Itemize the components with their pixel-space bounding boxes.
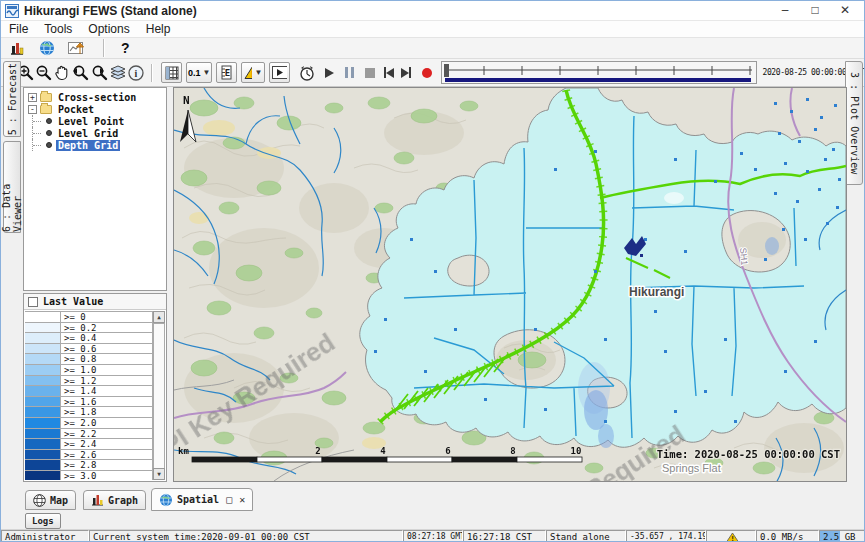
menu-bar: File Tools Options Help: [1, 21, 864, 38]
legend-row[interactable]: >= 0.2: [25, 323, 152, 334]
status-coordinates: -35.657 , 174.199: [626, 530, 706, 542]
legend-row[interactable]: >= 3.0: [25, 471, 152, 480]
scrollbar-thumb[interactable]: [153, 323, 165, 469]
tree-item-cross-section[interactable]: + Cross-section: [24, 91, 166, 103]
legend-color-swatch: [25, 439, 61, 449]
globe-icon[interactable]: [37, 38, 57, 58]
legend-row[interactable]: >= 2.6: [25, 450, 152, 461]
record-icon[interactable]: [420, 63, 434, 83]
menu-file[interactable]: File: [9, 22, 28, 36]
legend-row[interactable]: >= 0: [25, 312, 152, 323]
tab-forecast-label: 5 : Forecast: [7, 63, 18, 135]
zoom-out-icon[interactable]: [35, 63, 53, 83]
legend-row-label: >= 3.0: [61, 471, 152, 480]
tab-spatial[interactable]: Spatial □ ✕: [151, 488, 253, 511]
tab-graph[interactable]: Graph: [83, 490, 146, 510]
status-gmt-time: 08:27:18 GMT: [403, 530, 463, 542]
menu-options[interactable]: Options: [88, 22, 129, 36]
tree-item-level-point[interactable]: Level Point: [24, 115, 166, 127]
status-warning-cell[interactable]: !: [706, 530, 756, 542]
time-slider[interactable]: [441, 61, 757, 84]
legend-color-swatch: [25, 471, 61, 480]
menu-help[interactable]: Help: [146, 22, 171, 36]
locality-label: Springs Flat: [662, 462, 721, 474]
spatial-map[interactable]: SH1 Hikurangi Springs Flat API Key Requi…: [173, 87, 847, 482]
info-icon[interactable]: i: [127, 63, 145, 83]
map-canvas[interactable]: SH1 Hikurangi Springs Flat API Key Requi…: [174, 88, 846, 481]
skip-to-end-icon[interactable]: [400, 63, 414, 83]
contour-threshold-dropdown[interactable]: 0.1 ▼: [186, 62, 212, 83]
wireframe-globe-icon: [33, 494, 46, 507]
status-user: Administrator: [1, 530, 89, 542]
minimize-button[interactable]: –: [770, 1, 800, 21]
last-value-checkbox[interactable]: [28, 297, 38, 307]
legend-color-swatch: [25, 407, 61, 417]
legend-row[interactable]: >= 2.0: [25, 418, 152, 429]
legend-row-label: >= 0.8: [61, 354, 152, 364]
close-button[interactable]: ✕: [830, 1, 860, 21]
time-slider-handle[interactable]: [444, 64, 449, 77]
legend-row-label: >= 1.4: [61, 386, 152, 396]
zoom-next-icon[interactable]: [90, 63, 109, 83]
legend-row-label: >= 2.2: [61, 429, 152, 439]
help-button[interactable]: ?: [121, 40, 130, 56]
svg-text:6: 6: [445, 446, 450, 456]
sidebar-tab-forecast[interactable]: 5 : Forecast: [3, 61, 21, 137]
legend-row-label: >= 2.6: [61, 450, 152, 460]
title-bar: Hikurangi FEWS (Stand alone) – □ ✕: [1, 1, 864, 21]
legend-row[interactable]: >= 1.8: [25, 407, 152, 418]
legend-row[interactable]: >= 1.0: [25, 365, 152, 376]
svg-text:!: !: [730, 535, 734, 542]
sidebar-tab-data-viewer[interactable]: 6 : Data Viewer: [3, 141, 21, 233]
zoom-previous-icon[interactable]: [71, 63, 90, 83]
svg-text:!: !: [251, 69, 252, 79]
tree-item-depth-grid[interactable]: Depth Grid: [24, 139, 166, 151]
animation-panel-button[interactable]: [269, 62, 290, 83]
legend-row[interactable]: >= 2.8: [25, 460, 152, 471]
map-toolbar: i 0.1 ▼ E ! ▼: [1, 59, 864, 87]
tree-connector: [32, 127, 44, 139]
database-chart-icon[interactable]: [7, 38, 27, 58]
legend-row-label: >= 2.4: [61, 439, 152, 449]
svg-text:N: N: [183, 94, 190, 107]
legend-row[interactable]: >= 1.2: [25, 376, 152, 387]
logs-button[interactable]: Logs: [25, 513, 61, 529]
legend-row[interactable]: >= 0.8: [25, 354, 152, 365]
legend-row[interactable]: >= 1.6: [25, 397, 152, 408]
tree-item-pocket[interactable]: - Pocket: [24, 103, 166, 115]
scroll-down-icon[interactable]: ▼: [153, 468, 165, 480]
legend-scrollbar[interactable]: ▲ ▼: [152, 311, 165, 480]
legend-row[interactable]: >= 1.4: [25, 386, 152, 397]
timeseries-edit-icon[interactable]: [67, 38, 87, 58]
toolbar-separator: [151, 64, 153, 82]
stop-icon[interactable]: [363, 63, 377, 83]
layer-bullet-icon: [46, 130, 52, 136]
svg-text:i: i: [135, 68, 138, 79]
legend-row[interactable]: >= 0.4: [25, 333, 152, 344]
legend-row[interactable]: >= 0.6: [25, 344, 152, 355]
grid-display-button[interactable]: [161, 62, 182, 83]
status-system-time: Current system time:2020-09-01 00:00 CST: [89, 530, 403, 542]
maximize-button[interactable]: □: [800, 1, 830, 21]
scale-bar-button[interactable]: E: [216, 62, 237, 83]
tab-restore-icon[interactable]: □: [226, 494, 232, 505]
town-label: Hikurangi: [629, 285, 684, 299]
pan-hand-icon[interactable]: [53, 63, 71, 83]
expander-icon[interactable]: +: [28, 93, 37, 102]
sidebar-tab-plot-overview[interactable]: 3 : Plot Overview: [845, 61, 863, 185]
legend-row[interactable]: >= 2.4: [25, 439, 152, 450]
legend-row[interactable]: >= 2.2: [25, 429, 152, 440]
play-icon[interactable]: [323, 63, 337, 83]
skip-to-start-icon[interactable]: [382, 63, 396, 83]
collapse-icon[interactable]: -: [28, 105, 37, 114]
layers-icon[interactable]: [109, 63, 127, 83]
tab-close-icon[interactable]: ✕: [239, 494, 245, 505]
scroll-up-icon[interactable]: ▲: [153, 311, 165, 323]
tree-item-label-selected: Depth Grid: [56, 140, 120, 151]
tree-item-level-grid[interactable]: Level Grid: [24, 127, 166, 139]
menu-tools[interactable]: Tools: [44, 22, 72, 36]
tab-map[interactable]: Map: [25, 490, 76, 510]
warning-threshold-dropdown[interactable]: ! ▼: [241, 62, 265, 83]
pause-icon[interactable]: [343, 63, 357, 83]
animation-settings-icon[interactable]: [298, 63, 316, 83]
